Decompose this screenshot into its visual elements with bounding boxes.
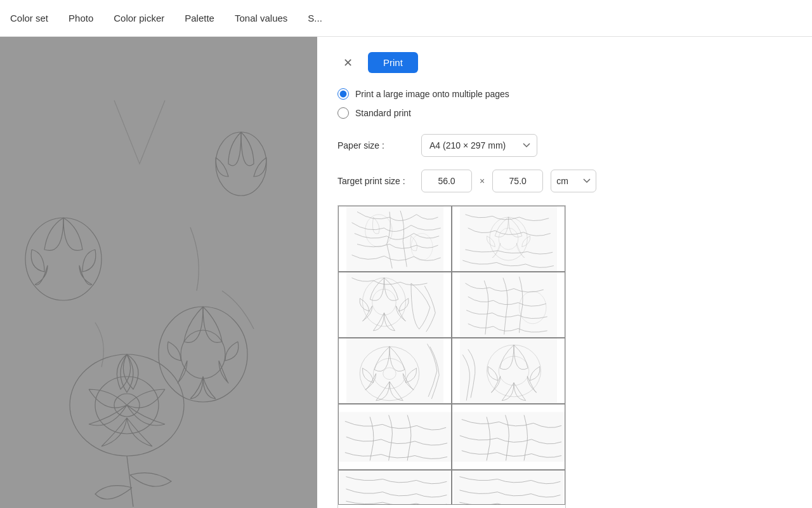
unit-select[interactable]: cm mm in [551, 170, 596, 192]
svg-rect-19 [346, 338, 443, 403]
image-panel [0, 37, 317, 508]
svg-rect-8 [346, 206, 443, 271]
dialog-header: ✕ Print [337, 52, 792, 73]
target-print-size-label: Target print size : [337, 176, 414, 186]
width-input[interactable] [421, 170, 472, 192]
paper-size-row: Paper size : A4 (210 × 297 mm) A3 (297 ×… [337, 134, 792, 157]
preview-cell-3-1 [338, 338, 452, 404]
preview-cell-1-1 [338, 206, 452, 272]
radio-standard-input[interactable] [337, 107, 349, 119]
radio-multi-page-label: Print a large image onto multiple pages [355, 89, 509, 99]
svg-rect-29 [454, 471, 563, 504]
svg-rect-28 [340, 471, 450, 504]
nav-item-color-set[interactable]: Color set [10, 10, 48, 26]
top-navigation: Color set Photo Color picker Palette Ton… [0, 0, 812, 37]
nav-item-tonal-values[interactable]: Tonal values [235, 10, 287, 26]
svg-rect-0 [0, 37, 317, 508]
preview-cell-4-1 [338, 404, 452, 470]
print-preview [337, 205, 566, 508]
target-print-size-row: Target print size : × cm mm in [337, 170, 792, 192]
preview-cell-4-2 [452, 404, 565, 470]
preview-cell-2-1 [338, 272, 452, 338]
nav-item-photo[interactable]: Photo [69, 10, 93, 26]
radio-multi-page[interactable]: Print a large image onto multiple pages [337, 88, 792, 100]
print-button[interactable]: Print [368, 52, 418, 73]
radio-standard[interactable]: Standard print [337, 107, 792, 119]
nav-item-more[interactable]: S... [308, 10, 322, 26]
svg-rect-11 [460, 206, 557, 271]
nav-item-palette[interactable]: Palette [185, 10, 214, 26]
svg-rect-26 [339, 412, 451, 462]
preview-cell-1-2 [452, 206, 565, 272]
print-options: Print a large image onto multiple pages … [337, 88, 792, 119]
height-input[interactable] [492, 170, 543, 192]
svg-rect-27 [452, 412, 565, 462]
paper-size-select[interactable]: A4 (210 × 297 mm) A3 (297 × 420 mm) Lett… [421, 134, 537, 157]
preview-cell-2-2 [452, 272, 565, 338]
preview-cell-3-2 [452, 338, 565, 404]
preview-grid [338, 206, 565, 508]
svg-rect-23 [460, 338, 557, 403]
main-area: ✕ Print Print a large image onto multipl… [0, 37, 812, 508]
close-button[interactable]: ✕ [337, 53, 358, 73]
radio-multi-page-input[interactable] [337, 88, 349, 100]
preview-cell-5-2 [452, 470, 565, 505]
preview-cell-5-1 [338, 470, 452, 505]
radio-standard-label: Standard print [355, 108, 411, 118]
nav-item-color-picker[interactable]: Color picker [114, 10, 164, 26]
print-dialog-panel: ✕ Print Print a large image onto multipl… [317, 37, 812, 508]
paper-size-label: Paper size : [337, 140, 414, 150]
sketch-image [0, 37, 317, 508]
times-symbol: × [480, 176, 485, 186]
